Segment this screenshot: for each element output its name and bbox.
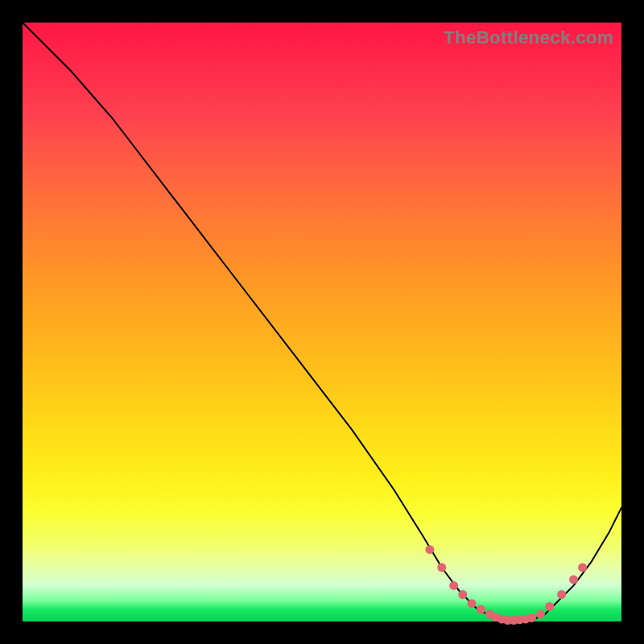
marker-point [449,581,458,590]
chart-container: TheBottleneck.com [0,0,644,644]
highlight-markers [425,545,587,625]
chart-svg [23,23,621,621]
plot-area: TheBottleneck.com [23,23,621,621]
marker-point [527,613,536,622]
marker-point [569,575,578,584]
marker-point [557,590,566,599]
marker-point [477,605,485,614]
marker-point [536,610,545,619]
marker-point [425,545,434,554]
marker-point [437,564,446,572]
marker-point [545,602,554,611]
marker-point [468,599,477,608]
marker-point [578,564,587,572]
bottleneck-curve [23,23,621,621]
marker-point [458,590,467,599]
